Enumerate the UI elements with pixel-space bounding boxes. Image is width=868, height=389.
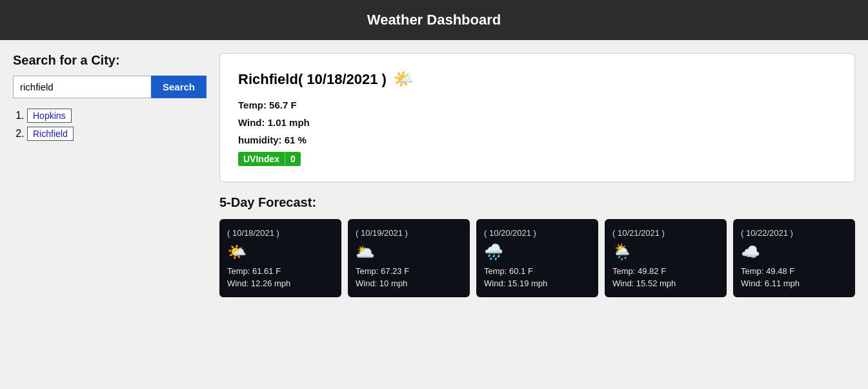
list-item: Hopkins xyxy=(27,109,207,123)
header-title: Weather Dashboard xyxy=(367,12,501,28)
fc-icon-5: ☁️ xyxy=(741,243,847,261)
fc-temp-3: Temp: 60.1 F xyxy=(484,266,590,276)
fc-icon-1: 🌤️ xyxy=(227,243,334,261)
forecast-card-1: ( 10/18/2021 ) 🌤️ Temp: 61.61 F Wind: 12… xyxy=(219,219,341,297)
fc-temp-2: Temp: 67.23 F xyxy=(356,266,462,276)
wind-value: Wind: 1.01 mph xyxy=(238,117,836,128)
fc-wind-2: Wind: 10 mph xyxy=(356,279,462,288)
history-link-richfield[interactable]: Richfield xyxy=(27,127,74,141)
forecast-card-2: ( 10/19/2021 ) 🌥️ Temp: 67.23 F Wind: 10… xyxy=(348,219,470,297)
search-button[interactable]: Search xyxy=(151,76,207,98)
list-item: Richfield xyxy=(27,127,207,141)
fc-date-2: ( 10/19/2021 ) xyxy=(356,228,462,238)
history-list: Hopkins Richfield xyxy=(13,109,207,141)
sidebar: Search for a City: Search Hopkins Richfi… xyxy=(13,53,207,297)
current-weather-icon: 🌤️ xyxy=(393,69,414,89)
uv-label: UVIndex xyxy=(238,152,285,166)
fc-icon-4: 🌦️ xyxy=(612,243,719,261)
current-weather-card: Richfield( 10/18/2021 ) 🌤️ Temp: 56.7 F … xyxy=(219,53,855,182)
forecast-section: 5-Day Forecast: ( 10/18/2021 ) 🌤️ Temp: … xyxy=(219,195,855,297)
fc-date-5: ( 10/22/2021 ) xyxy=(741,228,847,238)
search-input[interactable] xyxy=(13,76,151,98)
fc-icon-3: 🌧️ xyxy=(484,243,590,261)
fc-temp-5: Temp: 49.48 F xyxy=(741,266,847,276)
forecast-cards: ( 10/18/2021 ) 🌤️ Temp: 61.61 F Wind: 12… xyxy=(219,219,855,297)
temp-value: Temp: 56.7 F xyxy=(238,100,836,110)
forecast-card-5: ( 10/22/2021 ) ☁️ Temp: 49.48 F Wind: 6.… xyxy=(733,219,855,297)
fc-date-1: ( 10/18/2021 ) xyxy=(227,228,334,238)
fc-temp-1: Temp: 61.61 F xyxy=(227,266,334,276)
search-row: Search xyxy=(13,76,207,98)
city-title: Richfield( 10/18/2021 ) 🌤️ xyxy=(238,69,836,89)
city-date-label: Richfield( 10/18/2021 ) xyxy=(238,71,387,88)
fc-wind-4: Wind: 15.52 mph xyxy=(612,279,719,288)
history-link-hopkins[interactable]: Hopkins xyxy=(27,109,72,123)
app-header: Weather Dashboard xyxy=(0,0,868,40)
right-panel: Richfield( 10/18/2021 ) 🌤️ Temp: 56.7 F … xyxy=(219,53,855,297)
fc-temp-4: Temp: 49.82 F xyxy=(612,266,719,276)
fc-date-3: ( 10/20/2021 ) xyxy=(484,228,590,238)
fc-icon-2: 🌥️ xyxy=(356,243,462,261)
forecast-card-3: ( 10/20/2021 ) 🌧️ Temp: 60.1 F Wind: 15.… xyxy=(476,219,598,297)
forecast-title: 5-Day Forecast: xyxy=(219,195,855,210)
uv-container: UVIndex 0 xyxy=(238,152,836,166)
fc-wind-5: Wind: 6.11 mph xyxy=(741,279,847,288)
fc-wind-1: Wind: 12.26 mph xyxy=(227,279,334,288)
forecast-card-4: ( 10/21/2021 ) 🌦️ Temp: 49.82 F Wind: 15… xyxy=(605,219,727,297)
main-content: Search for a City: Search Hopkins Richfi… xyxy=(0,40,868,310)
uv-value: 0 xyxy=(285,152,301,166)
humidity-value: humidity: 61 % xyxy=(238,134,836,145)
fc-date-4: ( 10/21/2021 ) xyxy=(612,228,719,238)
fc-wind-3: Wind: 15.19 mph xyxy=(484,279,590,288)
search-section-title: Search for a City: xyxy=(13,53,207,68)
